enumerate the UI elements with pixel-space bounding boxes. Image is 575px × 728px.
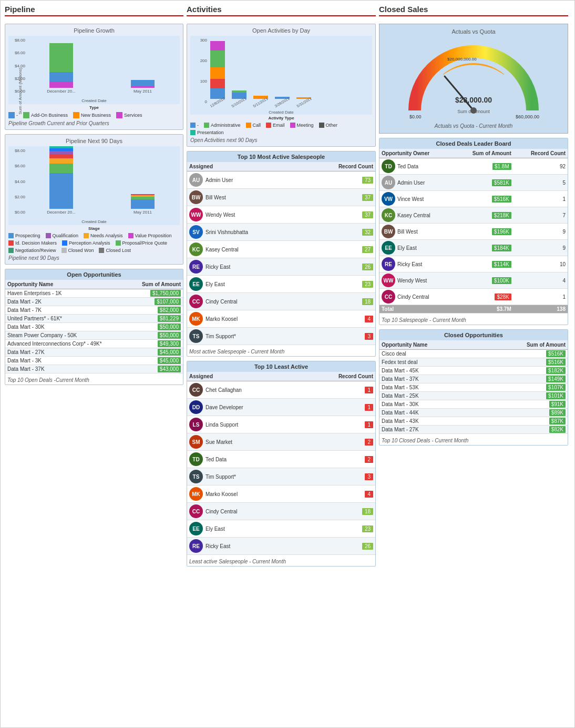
person-name: Wendy West [206, 212, 235, 218]
table-row: Data Mart - 7K $82,000 [5, 306, 183, 315]
col-sum-amount: Sum of Amount [129, 280, 183, 289]
owner-name: Ted Data [397, 164, 418, 169]
gauge-svg: $0.00 $20,000,000.00 $60,000.00 $28,000.… [400, 37, 547, 121]
person-name: Cindy Central [206, 299, 238, 305]
person-cell: CC Cindy Central [187, 293, 303, 310]
gauge-title: Actuals vs Quota [384, 28, 563, 35]
most-active-data: Assigned Record Count AU Admin User 73 B… [187, 162, 375, 345]
person-name: Marko Koosel [206, 316, 238, 322]
table-row: Fedex test deal $516K [379, 358, 568, 367]
table-row: EE Ely East $184K 9 [379, 240, 568, 256]
table-row: RE Ricky East 26 [187, 258, 375, 276]
person-name: Tim Support* [206, 333, 236, 339]
owner-name: Cindy Central [397, 294, 429, 300]
owner-cell: TD Ted Data [379, 158, 453, 175]
dashboard: Pipeline Pipeline Growth $8.00$6.00$4.00… [0, 0, 575, 728]
amount-cell: $218K [453, 207, 513, 224]
person-name: Chet Callaghan [206, 387, 242, 393]
count-cell: 18 [300, 503, 375, 520]
pipeline-90-chart: Pipeline Next 90 Days $8.00$6.00$4.00$2.… [5, 134, 183, 265]
col-record-count: Record Count [303, 162, 375, 171]
least-active-data: Assigned Record Count CC Chet Callaghan … [187, 372, 375, 555]
table-row: LS Linda Support 1 [187, 416, 375, 433]
col-opp-owner: Opportunity Owner [379, 149, 453, 158]
count-cell: 2 [300, 433, 375, 451]
count-cell: 7 [514, 207, 568, 224]
closed-opp-name: Data Mart - 53K [379, 383, 480, 392]
col-rec-count: Record Count [514, 149, 568, 158]
owner-cell: AU Admin User [379, 175, 453, 191]
owner-name: Ely East [397, 245, 417, 251]
count-cell: 26 [300, 538, 375, 555]
closed-sales-section-title: Closed Sales [379, 5, 568, 16]
closed-opp-amount: $149K [480, 375, 568, 383]
amount-cell: $28K [453, 289, 513, 305]
table-row: TS Tim Support* 3 [187, 468, 375, 486]
total-count: 138 [514, 305, 568, 314]
person-cell: SV Srini Vishnubhatta [187, 224, 303, 241]
person-cell: EE Ely East [187, 276, 303, 293]
table-row: MK Marko Koosel 4 [187, 310, 375, 328]
table-row: Data Mart - 43K $87K [379, 417, 568, 426]
col-assigned: Assigned [187, 162, 303, 171]
count-cell: 4 [514, 272, 568, 289]
table-row: RE Ricky East 26 [187, 538, 375, 555]
total-row: Total $3.7M 138 [379, 305, 568, 314]
table-row: Data Mart - 53K $107K [379, 383, 568, 392]
activities-caption: Open Activities next 90 Days [190, 137, 372, 143]
least-active-caption: Least active Salespeople - Current Month [187, 557, 375, 566]
opp-amount: $81,229 [129, 315, 183, 323]
pipeline-section-title: Pipeline [5, 5, 183, 16]
opp-name: Advanced Interconnections Corp* - 49K* [5, 340, 129, 348]
owner-name: Kasey Central [397, 213, 430, 218]
amount-cell: $114K [453, 256, 513, 272]
table-row: Data Mart - 30K $91K [379, 400, 568, 409]
owner-name: Vince West [397, 196, 424, 202]
closed-opp-amount: $101K [480, 392, 568, 400]
activities-section-title: Activities [187, 5, 376, 16]
person-name: Cindy Central [206, 509, 238, 514]
person-name: Bill West [206, 195, 226, 200]
pipeline-growth-title: Pipeline Growth [8, 27, 180, 34]
closed-opp-name: Data Mart - 25K [379, 392, 480, 400]
person-cell: CC Cindy Central [187, 503, 300, 520]
opp-name: Data Mart - 37K [5, 365, 129, 373]
person-cell: LS Linda Support [187, 416, 300, 433]
owner-name: Wendy West [397, 278, 427, 284]
count-cell: 73 [303, 171, 375, 189]
open-opp-header: Open Opportunities [5, 269, 183, 280]
count-cell: 32 [303, 224, 375, 241]
count-cell: 23 [303, 276, 375, 293]
table-row: VW Vince West $516K 1 [379, 191, 568, 207]
amount-cell: $581K [453, 175, 513, 191]
opp-amount: $107,000 [129, 298, 183, 306]
most-active-table: Top 10 Most Active Salespeople Assigned … [187, 151, 376, 357]
count-cell: 5 [514, 175, 568, 191]
open-opp-caption: Top 10 Open Deals -Current Month [5, 376, 183, 385]
table-row: WW Wendy West 37 [187, 206, 375, 224]
activities-column: Activities Open Activities by Day 300200… [187, 5, 376, 723]
table-row: SM Sue Market 2 [187, 433, 375, 451]
opp-amount: $43,000 [129, 365, 183, 373]
svg-text:$60,000.00: $60,000.00 [516, 114, 539, 119]
table-row: TD Ted Data $1.8M 92 [379, 158, 568, 175]
owner-name: Bill West [397, 229, 418, 235]
table-row: KC Kasey Central $218K 7 [379, 207, 568, 224]
closed-opp-name: Data Mart - 37K [379, 375, 480, 383]
count-cell: 9 [514, 240, 568, 256]
count-cell: 3 [303, 328, 375, 345]
closed-opp-name: Data Mart - 44K [379, 409, 480, 417]
count-cell: 26 [303, 258, 375, 276]
owner-cell: KC Kasey Central [379, 207, 453, 224]
opp-amount: $49,300 [129, 340, 183, 348]
table-row: Advanced Interconnections Corp* - 49K* $… [5, 340, 183, 348]
total-amount: $3.7M [453, 305, 513, 314]
col-closed-sum-amt: Sum of Amount [480, 340, 568, 350]
count-cell: 27 [303, 241, 375, 258]
pipeline-growth-chart: Pipeline Growth $8.00$6.00$4.00$2.00$0.0… [5, 24, 183, 130]
opp-name: Steam Power Company - 50K [5, 331, 129, 340]
closed-sales-column: Closed Sales Actuals vs Quota [379, 5, 568, 723]
person-cell: TS Tim Support* [187, 328, 303, 345]
opp-name: Data Mart - 30K [5, 323, 129, 331]
count-cell: 1 [300, 416, 375, 433]
